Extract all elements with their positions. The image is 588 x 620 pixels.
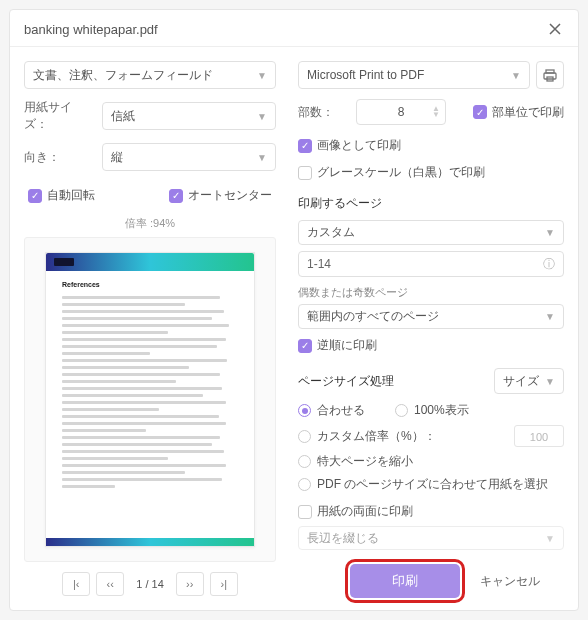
left-panel: 文書、注釈、フォームフィールド ▼ 用紙サイズ： 信紙 ▼ 向き： 縦 ▼ <box>10 47 290 610</box>
close-icon[interactable] <box>546 20 564 38</box>
orientation-label: 向き： <box>24 149 94 166</box>
print-dialog: banking whitepapar.pdf 文書、注釈、フォームフィールド ▼… <box>9 9 579 611</box>
shrink-label: 特大ページを縮小 <box>317 453 413 470</box>
collate-checkbox[interactable]: ✓ <box>473 105 487 119</box>
odd-even-value: 範囲内のすべてのページ <box>307 308 439 325</box>
print-as-image-checkbox[interactable]: ✓ <box>298 139 312 153</box>
pager: |‹ ‹‹ 1 / 14 ›› ›| <box>24 572 276 596</box>
paper-size-select[interactable]: 信紙 ▼ <box>102 102 276 130</box>
page-range-input[interactable]: 1-14 ⓘ <box>298 251 564 276</box>
paper-size-label: 用紙サイズ： <box>24 99 94 133</box>
chevron-down-icon: ▼ <box>545 376 555 387</box>
page-range-mode-value: カスタム <box>307 224 355 241</box>
cancel-button[interactable]: キャンセル <box>480 573 540 590</box>
printer-select[interactable]: Microsoft Print to PDF ▼ <box>298 61 530 89</box>
window-title: banking whitepapar.pdf <box>24 22 158 37</box>
dialog-actions: 印刷 キャンセル <box>298 564 564 598</box>
odd-even-label: 偶数または奇数ページ <box>298 285 564 300</box>
right-panel: Microsoft Print to PDF ▼ 部数： 8 ▲▼ ✓ 部単位で… <box>290 47 578 610</box>
preview-heading: References <box>62 281 238 288</box>
help-icon: ⓘ <box>543 256 555 273</box>
grayscale-checkbox[interactable] <box>298 166 312 180</box>
shrink-radio[interactable] <box>298 455 311 468</box>
chevron-down-icon: ▼ <box>511 70 521 81</box>
actual-size-label: 100%表示 <box>414 402 469 419</box>
duplex-value: 長辺を綴じる <box>307 530 379 547</box>
print-as-image-label: 画像として印刷 <box>317 137 401 154</box>
spinner-icon: ▲▼ <box>432 106 440 118</box>
choose-paper-label: PDF のページサイズに合わせて用紙を選択 <box>317 476 548 493</box>
collate-label: 部単位で印刷 <box>492 104 564 121</box>
auto-rotate-label: 自動回転 <box>47 187 95 204</box>
copies-label: 部数： <box>298 104 346 121</box>
title-bar: banking whitepapar.pdf <box>10 10 578 47</box>
pages-heading: 印刷するページ <box>298 195 564 212</box>
grayscale-label: グレースケール（白黒）で印刷 <box>317 164 485 181</box>
svg-rect-0 <box>544 73 556 79</box>
pager-prev-button[interactable]: ‹‹ <box>96 572 124 596</box>
printer-icon <box>542 67 558 83</box>
duplex-select[interactable]: 長辺を綴じる ▼ <box>298 526 564 550</box>
duplex-label: 用紙の両面に印刷 <box>317 503 413 520</box>
custom-scale-label: カスタム倍率（%）： <box>317 428 436 445</box>
chevron-down-icon: ▼ <box>257 111 267 122</box>
svg-rect-1 <box>546 70 554 73</box>
size-tab-value: サイズ <box>503 373 539 390</box>
duplex-checkbox[interactable] <box>298 505 312 519</box>
orientation-select[interactable]: 縦 ▼ <box>102 143 276 171</box>
fit-radio[interactable] <box>298 404 311 417</box>
chevron-down-icon: ▼ <box>545 533 555 544</box>
pager-next-button[interactable]: ›› <box>176 572 204 596</box>
copies-input[interactable]: 8 ▲▼ <box>356 99 446 125</box>
pager-last-button[interactable]: ›| <box>210 572 238 596</box>
content-type-value: 文書、注釈、フォームフィールド <box>33 67 213 84</box>
auto-rotate-checkbox[interactable]: ✓ <box>28 189 42 203</box>
pager-first-button[interactable]: |‹ <box>62 572 90 596</box>
chevron-down-icon: ▼ <box>257 152 267 163</box>
orientation-value: 縦 <box>111 149 123 166</box>
custom-scale-input[interactable]: 100 <box>514 425 564 447</box>
reverse-order-label: 逆順に印刷 <box>317 337 377 354</box>
chevron-down-icon: ▼ <box>257 70 267 81</box>
odd-even-select[interactable]: 範囲内のすべてのページ ▼ <box>298 304 564 329</box>
page-range-mode-select[interactable]: カスタム ▼ <box>298 220 564 245</box>
fit-label: 合わせる <box>317 402 365 419</box>
copies-value: 8 <box>398 105 405 119</box>
paper-size-value: 信紙 <box>111 108 135 125</box>
custom-scale-radio[interactable] <box>298 430 311 443</box>
auto-center-checkbox[interactable]: ✓ <box>169 189 183 203</box>
chevron-down-icon: ▼ <box>545 311 555 322</box>
content-type-select[interactable]: 文書、注釈、フォームフィールド ▼ <box>24 61 276 89</box>
printer-value: Microsoft Print to PDF <box>307 68 424 82</box>
actual-size-radio[interactable] <box>395 404 408 417</box>
choose-paper-radio[interactable] <box>298 478 311 491</box>
reverse-order-checkbox[interactable]: ✓ <box>298 339 312 353</box>
pager-display: 1 / 14 <box>130 578 170 590</box>
page-range-value: 1-14 <box>307 257 331 271</box>
preview-area: References <box>24 237 276 596</box>
size-tab-select[interactable]: サイズ ▼ <box>494 368 564 394</box>
zoom-label: 倍率 :94% <box>24 216 276 231</box>
printer-properties-button[interactable] <box>536 61 564 89</box>
size-heading: ページサイズ処理 <box>298 373 394 390</box>
print-button[interactable]: 印刷 <box>350 564 460 598</box>
page-thumbnail: References <box>45 252 255 547</box>
auto-center-label: オートセンター <box>188 187 272 204</box>
chevron-down-icon: ▼ <box>545 227 555 238</box>
